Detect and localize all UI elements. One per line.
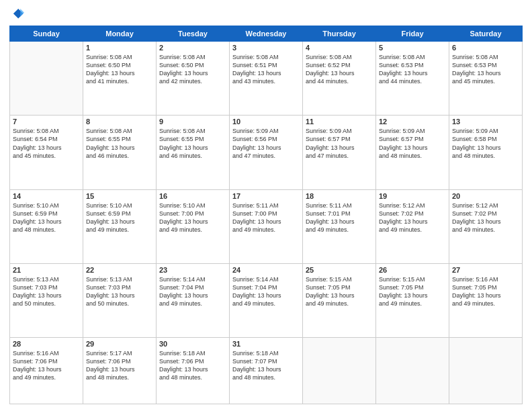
day-info: Sunrise: 5:08 AMSunset: 6:55 PMDaylight:… [159,127,226,160]
header [9,7,523,21]
page: SundayMondayTuesdayWednesdayThursdayFrid… [0,0,532,411]
calendar-cell: 15Sunrise: 5:10 AMSunset: 6:59 PMDayligh… [83,189,157,263]
calendar-week-2: 7Sunrise: 5:08 AMSunset: 6:54 PMDaylight… [10,116,523,189]
calendar-cell: 11Sunrise: 5:09 AMSunset: 6:57 PMDayligh… [303,116,376,189]
calendar-cell: 10Sunrise: 5:09 AMSunset: 6:56 PMDayligh… [230,116,303,189]
calendar-header-tuesday: Tuesday [157,26,230,42]
svg-marker-1 [20,9,24,17]
day-info: Sunrise: 5:09 AMSunset: 6:57 PMDaylight:… [306,127,373,160]
day-number: 8 [86,118,153,126]
day-info: Sunrise: 5:13 AMSunset: 7:03 PMDaylight:… [13,275,80,308]
calendar-cell: 31Sunrise: 5:18 AMSunset: 7:07 PMDayligh… [230,338,303,404]
day-info: Sunrise: 5:10 AMSunset: 7:00 PMDaylight:… [159,201,226,234]
calendar-week-5: 28Sunrise: 5:16 AMSunset: 7:06 PMDayligh… [10,338,523,404]
calendar-cell: 4Sunrise: 5:08 AMSunset: 6:52 PMDaylight… [303,42,376,116]
day-number: 24 [232,266,300,274]
calendar-week-1: 1Sunrise: 5:08 AMSunset: 6:50 PMDaylight… [10,42,523,116]
day-number: 19 [379,192,446,200]
calendar-cell: 28Sunrise: 5:16 AMSunset: 7:06 PMDayligh… [10,338,83,404]
calendar-cell: 6Sunrise: 5:08 AMSunset: 6:53 PMDaylight… [449,42,523,116]
day-number: 7 [13,118,80,126]
day-info: Sunrise: 5:08 AMSunset: 6:54 PMDaylight:… [13,127,80,160]
day-number: 18 [306,192,373,200]
calendar-cell: 14Sunrise: 5:10 AMSunset: 6:59 PMDayligh… [10,189,83,263]
day-number: 9 [159,118,226,126]
day-info: Sunrise: 5:08 AMSunset: 6:50 PMDaylight:… [159,53,226,86]
day-number: 10 [232,118,300,126]
logo-icon [9,7,24,21]
day-info: Sunrise: 5:12 AMSunset: 7:02 PMDaylight:… [452,201,519,234]
day-info: Sunrise: 5:08 AMSunset: 6:53 PMDaylight:… [452,53,519,86]
day-number: 31 [232,340,300,348]
day-number: 15 [86,192,153,200]
day-number: 5 [379,44,446,52]
day-number: 22 [86,266,153,274]
calendar-cell: 8Sunrise: 5:08 AMSunset: 6:55 PMDaylight… [83,116,157,189]
day-info: Sunrise: 5:16 AMSunset: 7:06 PMDaylight:… [13,349,80,382]
calendar-cell [303,338,376,404]
day-info: Sunrise: 5:15 AMSunset: 7:05 PMDaylight:… [379,275,446,308]
day-info: Sunrise: 5:12 AMSunset: 7:02 PMDaylight:… [379,201,446,234]
day-number: 17 [232,192,300,200]
day-info: Sunrise: 5:08 AMSunset: 6:52 PMDaylight:… [306,53,373,86]
day-number: 16 [159,192,226,200]
calendar-cell: 12Sunrise: 5:09 AMSunset: 6:57 PMDayligh… [376,116,449,189]
day-info: Sunrise: 5:08 AMSunset: 6:51 PMDaylight:… [232,53,300,86]
calendar-cell: 29Sunrise: 5:17 AMSunset: 7:06 PMDayligh… [83,338,157,404]
calendar-cell: 7Sunrise: 5:08 AMSunset: 6:54 PMDaylight… [10,116,83,189]
day-info: Sunrise: 5:11 AMSunset: 7:01 PMDaylight:… [306,201,373,234]
calendar-table: SundayMondayTuesdayWednesdayThursdayFrid… [9,26,523,404]
calendar-header-sunday: Sunday [10,26,83,42]
calendar-cell: 9Sunrise: 5:08 AMSunset: 6:55 PMDaylight… [157,116,230,189]
calendar-week-3: 14Sunrise: 5:10 AMSunset: 6:59 PMDayligh… [10,189,523,263]
day-info: Sunrise: 5:16 AMSunset: 7:05 PMDaylight:… [452,275,519,308]
calendar-cell: 22Sunrise: 5:13 AMSunset: 7:03 PMDayligh… [83,263,157,337]
calendar-cell: 13Sunrise: 5:09 AMSunset: 6:58 PMDayligh… [449,116,523,189]
day-info: Sunrise: 5:09 AMSunset: 6:58 PMDaylight:… [452,127,519,160]
calendar-cell: 21Sunrise: 5:13 AMSunset: 7:03 PMDayligh… [10,263,83,337]
day-info: Sunrise: 5:09 AMSunset: 6:57 PMDaylight:… [379,127,446,160]
day-number: 1 [86,44,153,52]
day-info: Sunrise: 5:15 AMSunset: 7:05 PMDaylight:… [306,275,373,308]
day-number: 30 [159,340,226,348]
calendar-cell: 17Sunrise: 5:11 AMSunset: 7:00 PMDayligh… [230,189,303,263]
day-info: Sunrise: 5:09 AMSunset: 6:56 PMDaylight:… [232,127,300,160]
day-info: Sunrise: 5:14 AMSunset: 7:04 PMDaylight:… [232,275,300,308]
calendar-cell: 2Sunrise: 5:08 AMSunset: 6:50 PMDaylight… [157,42,230,116]
calendar-header-wednesday: Wednesday [230,26,303,42]
day-number: 2 [159,44,226,52]
day-info: Sunrise: 5:08 AMSunset: 6:53 PMDaylight:… [379,53,446,86]
day-number: 4 [306,44,373,52]
calendar-cell: 20Sunrise: 5:12 AMSunset: 7:02 PMDayligh… [449,189,523,263]
logo [9,7,27,21]
day-number: 27 [452,266,519,274]
calendar-cell [10,42,83,116]
day-info: Sunrise: 5:11 AMSunset: 7:00 PMDaylight:… [232,201,300,234]
calendar-cell: 5Sunrise: 5:08 AMSunset: 6:53 PMDaylight… [376,42,449,116]
calendar-cell: 23Sunrise: 5:14 AMSunset: 7:04 PMDayligh… [157,263,230,337]
day-number: 6 [452,44,519,52]
day-info: Sunrise: 5:08 AMSunset: 6:50 PMDaylight:… [86,53,153,86]
day-number: 11 [306,118,373,126]
day-number: 26 [379,266,446,274]
calendar-cell: 26Sunrise: 5:15 AMSunset: 7:05 PMDayligh… [376,263,449,337]
day-number: 21 [13,266,80,274]
day-info: Sunrise: 5:13 AMSunset: 7:03 PMDaylight:… [86,275,153,308]
calendar-cell [376,338,449,404]
calendar-cell: 24Sunrise: 5:14 AMSunset: 7:04 PMDayligh… [230,263,303,337]
calendar-cell: 3Sunrise: 5:08 AMSunset: 6:51 PMDaylight… [230,42,303,116]
day-number: 14 [13,192,80,200]
calendar-cell: 18Sunrise: 5:11 AMSunset: 7:01 PMDayligh… [303,189,376,263]
day-number: 23 [159,266,226,274]
day-info: Sunrise: 5:18 AMSunset: 7:06 PMDaylight:… [159,349,226,382]
day-info: Sunrise: 5:18 AMSunset: 7:07 PMDaylight:… [232,349,300,382]
calendar-header-friday: Friday [376,26,449,42]
calendar-header-row: SundayMondayTuesdayWednesdayThursdayFrid… [10,26,523,42]
day-number: 13 [452,118,519,126]
day-info: Sunrise: 5:14 AMSunset: 7:04 PMDaylight:… [159,275,226,308]
day-number: 20 [452,192,519,200]
day-info: Sunrise: 5:08 AMSunset: 6:55 PMDaylight:… [86,127,153,160]
day-number: 25 [306,266,373,274]
day-number: 3 [232,44,300,52]
calendar-cell: 25Sunrise: 5:15 AMSunset: 7:05 PMDayligh… [303,263,376,337]
